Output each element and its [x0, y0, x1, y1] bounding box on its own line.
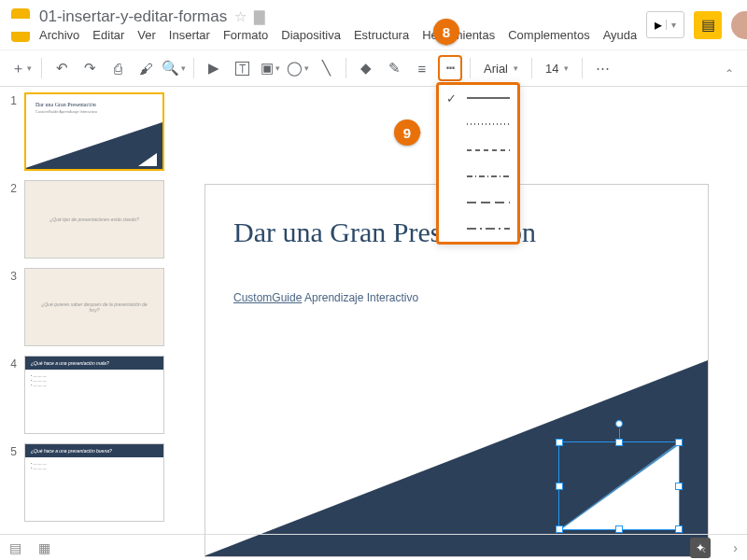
redo-button[interactable]: ↷ — [78, 55, 102, 81]
slide-thumb-3[interactable]: 3 ¿Qué quieres saber después de la prese… — [6, 268, 176, 346]
collapse-toolbar-icon[interactable]: ⌃ — [725, 67, 734, 80]
dash-option-solid[interactable]: ✓ — [439, 85, 517, 111]
resize-handle[interactable] — [675, 483, 683, 490]
header-right: ▸ ▾ ▤ — [646, 11, 747, 39]
document-title[interactable]: 01-insertar-y-editar-formas — [39, 7, 227, 26]
dash-option-long-dash-dot[interactable] — [439, 216, 517, 242]
present-button[interactable]: ▸ ▾ — [646, 11, 684, 38]
more-button[interactable]: ⋯ — [590, 55, 614, 81]
line-tool[interactable]: ╲ — [314, 55, 338, 81]
border-color-button[interactable]: ✎ — [382, 55, 406, 81]
menu-insertar[interactable]: Insertar — [169, 28, 210, 42]
shape-tool[interactable]: ◯ — [286, 55, 310, 81]
filmstrip-view-icon[interactable]: ▤ — [9, 540, 21, 555]
resize-handle[interactable] — [556, 483, 563, 490]
menu-editar[interactable]: Editar — [92, 28, 124, 42]
star-icon[interactable]: ☆ — [234, 8, 247, 25]
dash-option-dotted[interactable] — [439, 111, 517, 137]
font-family-select[interactable]: Arial — [478, 62, 524, 76]
paint-format-button[interactable]: 🖌 — [134, 55, 158, 81]
resize-handle[interactable] — [556, 525, 563, 533]
border-dash-button[interactable]: ┅ — [438, 55, 462, 81]
callout-9: 9 — [394, 119, 420, 146]
undo-button[interactable]: ↶ — [49, 55, 74, 81]
resize-handle[interactable] — [675, 525, 683, 533]
menu-formato[interactable]: Formato — [223, 28, 268, 42]
dash-option-dashed[interactable] — [439, 137, 517, 163]
explore-button[interactable]: ✦ — [690, 538, 711, 558]
menu-diapositiva[interactable]: Diapositiva — [281, 28, 341, 42]
main-area: 1 Dar una Gran Presentación CustomGuide … — [0, 87, 747, 560]
brand-link[interactable]: CustomGuide — [233, 291, 302, 304]
menu-archivo[interactable]: Archivo — [39, 28, 79, 42]
grid-view-icon[interactable]: ▦ — [38, 540, 50, 555]
menu-ver[interactable]: Ver — [137, 28, 156, 42]
border-weight-button[interactable]: ≡ — [410, 55, 434, 81]
dash-option-long-dash[interactable] — [439, 189, 517, 216]
fill-color-button[interactable]: ◆ — [354, 55, 378, 81]
scroll-right-icon[interactable]: › — [733, 540, 738, 555]
slide-panel[interactable]: 1 Dar una Gran Presentación CustomGuide … — [0, 87, 182, 560]
line-dash-dropdown[interactable]: ✓ — [436, 82, 520, 245]
toolbar: ＋ ↶ ↷ ⎙ 🖌 🔍 ▶ 🅃 ▣ ◯ ╲ ◆ ✎ ≡ ┅ Arial 14 ⋯ — [0, 49, 747, 87]
footer-bar: ▤ ▦ ✦ ‹ › — [0, 534, 747, 560]
check-icon: ✓ — [446, 91, 459, 105]
folder-icon[interactable]: ▇ — [254, 8, 265, 25]
menu-complementos[interactable]: Complementos — [508, 28, 589, 42]
menu-estructura[interactable]: Estructura — [354, 28, 409, 42]
resize-handle[interactable] — [615, 525, 623, 533]
image-tool[interactable]: ▣ — [258, 55, 282, 81]
slide-thumb-2[interactable]: 2 ¿Qué tipo de presentaciones estás dand… — [6, 180, 176, 259]
new-slide-button[interactable]: ＋ — [9, 55, 34, 81]
play-icon: ▸ — [655, 16, 662, 34]
selection-box[interactable] — [558, 441, 680, 530]
slide-subtitle-text[interactable]: CustomGuide Aprendizaje Interactivo — [205, 256, 708, 304]
zoom-button[interactable]: 🔍 — [162, 55, 186, 81]
present-dropdown-icon[interactable]: ▾ — [666, 20, 676, 30]
title-area: 01-insertar-y-editar-formas ☆ ▇ Archivo … — [39, 7, 637, 42]
user-avatar[interactable] — [731, 11, 747, 39]
rotate-handle[interactable] — [615, 420, 623, 427]
print-button[interactable]: ⎙ — [106, 55, 130, 81]
slide-thumb-1[interactable]: 1 Dar una Gran Presentación CustomGuide … — [6, 92, 176, 171]
dash-option-dash-dot[interactable] — [439, 163, 517, 189]
textbox-tool[interactable]: 🅃 — [230, 55, 254, 81]
resize-handle[interactable] — [675, 439, 683, 446]
menu-ayuda[interactable]: Ayuda — [603, 28, 638, 42]
slide-thumb-4[interactable]: 4 ¿Qué hace a una presentación mala? • —… — [6, 356, 176, 434]
callout-8: 8 — [433, 19, 459, 45]
menu-bar: Archivo Editar Ver Insertar Formato Diap… — [39, 28, 637, 42]
slide-thumb-5[interactable]: 5 ¿Qué hace a una presentación buena? • … — [6, 443, 176, 522]
selected-triangle-shape[interactable] — [558, 441, 680, 530]
slides-logo[interactable] — [11, 8, 30, 42]
select-tool[interactable]: ▶ — [202, 55, 226, 81]
resize-handle[interactable] — [615, 439, 623, 446]
scroll-left-icon[interactable]: ‹ — [702, 542, 706, 556]
comments-button[interactable]: ▤ — [694, 11, 722, 39]
resize-handle[interactable] — [556, 439, 563, 446]
header-bar: 01-insertar-y-editar-formas ☆ ▇ Archivo … — [0, 0, 747, 49]
font-size-select[interactable]: 14 — [540, 62, 574, 76]
